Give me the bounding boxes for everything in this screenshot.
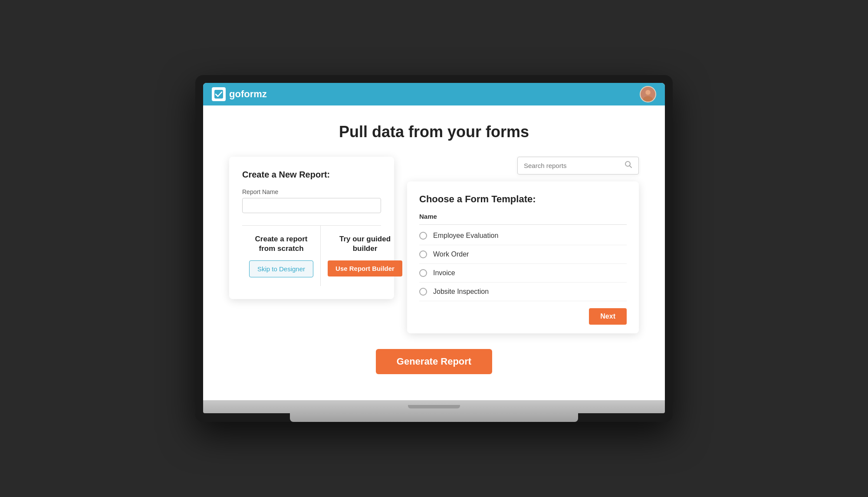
- svg-line-6: [630, 166, 632, 168]
- options-row: Create a report from scratch Skip to Des…: [242, 225, 381, 286]
- template-label-work-order: Work Order: [433, 250, 469, 258]
- topbar: goformz: [203, 83, 665, 105]
- template-panel-title: Choose a Form Template:: [419, 194, 627, 205]
- brand-logo: goformz: [212, 87, 267, 101]
- report-name-input[interactable]: [242, 198, 381, 213]
- content-row: Create a New Report: Report Name Create …: [229, 157, 639, 333]
- user-avatar[interactable]: [640, 86, 656, 102]
- radio-invoice[interactable]: [419, 269, 427, 277]
- search-bar-container: [407, 157, 639, 174]
- radio-jobsite-inspection[interactable]: [419, 288, 427, 296]
- create-report-panel: Create a New Report: Report Name Create …: [229, 157, 394, 299]
- skip-to-designer-button[interactable]: Skip to Designer: [249, 260, 313, 277]
- use-report-builder-button[interactable]: Use Report Builder: [328, 260, 402, 276]
- right-area: Choose a Form Template: Name Employee Ev…: [407, 157, 639, 333]
- page-title: Pull data from your forms: [229, 123, 639, 141]
- laptop-frame: goformz Pull data from your forms Create…: [195, 75, 673, 422]
- search-reports-input[interactable]: [524, 162, 620, 169]
- template-label-jobsite-inspection: Jobsite Inspection: [433, 288, 489, 296]
- template-item-employee-evaluation[interactable]: Employee Evaluation: [419, 227, 627, 245]
- generate-row: Generate Report: [229, 349, 639, 374]
- scratch-heading: Create a report from scratch: [249, 234, 313, 253]
- laptop-screen: goformz Pull data from your forms Create…: [203, 83, 665, 400]
- search-bar: [517, 157, 639, 174]
- create-report-title: Create a New Report:: [242, 170, 381, 180]
- radio-work-order[interactable]: [419, 250, 427, 258]
- brand-name: goformz: [229, 89, 267, 100]
- search-icon: [625, 161, 632, 171]
- generate-report-button[interactable]: Generate Report: [376, 349, 492, 374]
- template-item-work-order[interactable]: Work Order: [419, 245, 627, 264]
- template-label-invoice: Invoice: [433, 269, 455, 277]
- guided-heading: Try our guided builder: [328, 234, 402, 253]
- guided-option: Try our guided builder Use Report Builde…: [321, 226, 409, 286]
- template-col-header: Name: [419, 213, 627, 225]
- laptop-notch: [408, 405, 460, 408]
- radio-employee-evaluation[interactable]: [419, 232, 427, 240]
- template-label-employee-evaluation: Employee Evaluation: [433, 232, 498, 240]
- template-item-invoice[interactable]: Invoice: [419, 264, 627, 283]
- main-content: Pull data from your forms Create a New R…: [203, 105, 665, 400]
- scratch-option: Create a report from scratch Skip to Des…: [242, 226, 321, 286]
- template-item-jobsite-inspection[interactable]: Jobsite Inspection: [419, 283, 627, 301]
- laptop-stand: [290, 413, 578, 422]
- laptop-base: [203, 400, 665, 413]
- next-button[interactable]: Next: [589, 308, 627, 325]
- template-footer: Next: [419, 308, 627, 325]
- template-panel: Choose a Form Template: Name Employee Ev…: [407, 181, 639, 333]
- report-name-label: Report Name: [242, 188, 381, 195]
- brand-icon: [212, 87, 226, 101]
